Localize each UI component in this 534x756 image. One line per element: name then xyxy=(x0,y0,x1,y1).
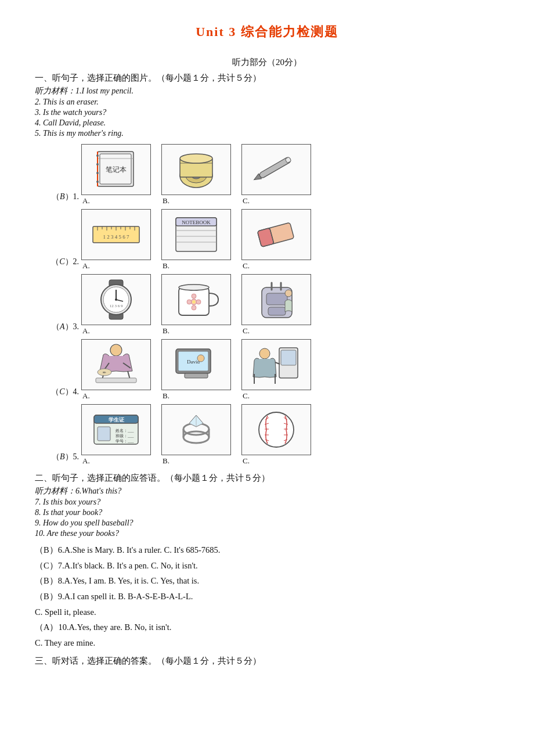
label-5c: C. xyxy=(243,456,250,466)
label-4b: B. xyxy=(163,391,169,401)
section2-label: 二、听句子，选择正确的应答语。（每小题１分，共计５分） xyxy=(35,473,499,484)
label-5b: B. xyxy=(163,456,169,466)
answer-3: （A）3. xyxy=(35,322,81,336)
label-5a: A. xyxy=(82,456,90,466)
s2-ans10: （A）10.A.Yes, they are. B. No, it isn't. xyxy=(35,620,499,635)
svg-point-14 xyxy=(180,154,212,163)
section3-label: 三、听对话，选择正确的答案。（每小题１分，共计５分） xyxy=(35,656,499,667)
img-box-girl-writing: ✏ xyxy=(81,339,151,390)
img-cell-5b: B. xyxy=(161,404,231,466)
img-cell-2c: C. xyxy=(241,209,311,271)
section1-label: 一、听句子，选择正确的图片。（每小题１分，共计５分） xyxy=(35,73,499,84)
s2-item4: 9. How do you spell baseball? xyxy=(35,519,499,528)
svg-point-6 xyxy=(96,163,99,165)
material-label: 听力材料： xyxy=(35,87,75,95)
s1-item2: 2. This is an eraser. xyxy=(35,98,499,107)
s2-ans9c: C. Spell it, please. xyxy=(35,605,499,620)
svg-rect-56 xyxy=(266,293,287,305)
svg-point-45 xyxy=(115,298,117,301)
label-4c: C. xyxy=(243,391,250,401)
answer-5: （B）5. xyxy=(35,452,81,466)
img-box-ruler: 1 2 3 4 5 6 7 xyxy=(81,209,151,260)
svg-point-8 xyxy=(96,181,99,183)
img-cell-2a: 1 2 3 4 5 6 7 A. xyxy=(81,209,151,271)
s1-item1: 1.I lost my pencil. xyxy=(75,87,134,95)
s2-item2: 7. Is this box yours? xyxy=(35,498,499,507)
s2-item1: 6.What's this? xyxy=(75,487,121,495)
svg-point-51 xyxy=(187,300,192,304)
img-box-backpack xyxy=(241,274,311,325)
s2-ans6: （B）6.A.She is Mary. B. It's a ruler. C. … xyxy=(35,543,499,557)
listening-header: 听力部分（20分） xyxy=(35,57,499,68)
svg-point-7 xyxy=(96,172,99,174)
svg-text:学号：___: 学号：___ xyxy=(116,439,134,444)
svg-rect-83 xyxy=(98,427,110,441)
section1-material: 听力材料：1.I lost my pencil. xyxy=(35,86,499,96)
img-cell-1b: B. xyxy=(161,144,231,206)
svg-text:✏: ✏ xyxy=(103,370,106,375)
s1-item4: 4. Call David, please. xyxy=(35,118,499,128)
label-1b: B. xyxy=(163,196,169,206)
svg-text:笔记本: 笔记本 xyxy=(106,165,127,174)
svg-point-48 xyxy=(179,285,209,290)
answer-4: （C）4. xyxy=(35,387,81,401)
s2-ans9: （B）9.A.I can spell it. B. B-A-S-E-B-A-L-… xyxy=(35,589,499,604)
img-cell-5a: 学生证 姓名：___ 班级：___ 学号：___ A. xyxy=(81,404,151,466)
section2-answers: （B）6.A.She is Mary. B. It's a ruler. C. … xyxy=(35,543,499,650)
img-box-eraser xyxy=(241,209,311,260)
svg-point-76 xyxy=(259,348,270,359)
image-row-4: （C）4. ✏ A. xyxy=(35,339,499,401)
label-1c: C. xyxy=(243,196,250,206)
img-cell-2b: NOTEBOOK B. xyxy=(161,209,231,271)
svg-rect-71 xyxy=(185,373,208,378)
img-box-baseball xyxy=(241,404,311,455)
svg-text:12 3 6 9: 12 3 6 9 xyxy=(110,304,123,308)
img-cell-3c: C. xyxy=(241,274,311,336)
image-row-5: （B）5. 学生证 姓名：___ 班级：___ 学号：___ A. xyxy=(35,404,499,466)
s2-ans8: （B）8.A.Yes, I am. B. Yes, it is. C. Yes,… xyxy=(35,574,499,588)
svg-rect-59 xyxy=(268,307,286,315)
s1-item5: 5. This is my mother's ring. xyxy=(35,129,499,138)
svg-text:NOTEBOOK: NOTEBOOK xyxy=(182,219,211,225)
svg-point-61 xyxy=(110,344,122,356)
svg-rect-75 xyxy=(281,350,296,365)
s2-item3: 8. Is that your book? xyxy=(35,508,499,517)
svg-point-5 xyxy=(96,154,99,157)
svg-text:姓名：___: 姓名：___ xyxy=(116,429,134,433)
answer-1: （B）1. xyxy=(35,192,81,206)
svg-point-54 xyxy=(192,300,196,304)
label-2a: A. xyxy=(82,261,90,271)
label-3b: B. xyxy=(163,326,169,336)
image-row-2: （C）2. 1 2 3 4 5 6 7 A. xyxy=(35,209,499,271)
img-box-whiteboard xyxy=(241,339,311,390)
img-box-book-open: NOTEBOOK xyxy=(161,209,231,260)
img-cell-1a: 笔记本 A. xyxy=(81,144,151,206)
s2-ans7: （C）7.A.It's black. B. It's a pen. C. No,… xyxy=(35,559,499,573)
image-grid: （B）1. 笔记本 A. xyxy=(35,144,499,467)
img-cell-4a: ✏ A. xyxy=(81,339,151,401)
svg-text:学生证: 学生证 xyxy=(109,417,125,423)
img-box-student-card: 学生证 姓名：___ 班级：___ 学号：___ xyxy=(81,404,151,455)
page-title: Unit 3 综合能力检测题 xyxy=(35,23,499,41)
label-2b: B. xyxy=(163,261,169,271)
s2-item5: 10. Are these your books? xyxy=(35,529,499,538)
svg-point-60 xyxy=(285,290,292,297)
img-box-pen xyxy=(241,144,311,195)
label-2c: C. xyxy=(243,261,250,271)
s2-material-label: 听力材料： xyxy=(35,487,75,495)
img-cell-5c: C. xyxy=(241,404,311,466)
img-box-mug xyxy=(161,274,231,325)
answer-2: （C）2. xyxy=(35,257,81,271)
img-box-pencil xyxy=(161,144,231,195)
label-3c: C. xyxy=(243,326,250,336)
s2-ans10c: C. They are mine. xyxy=(35,636,499,650)
svg-point-50 xyxy=(192,294,196,298)
img-box-ring xyxy=(161,404,231,455)
svg-point-53 xyxy=(192,305,196,310)
img-cell-4b: David B. xyxy=(161,339,231,401)
image-row-3: （A）3. 12 3 6 9 A. xyxy=(35,274,499,336)
img-cell-3b: B. xyxy=(161,274,231,336)
label-1a: A. xyxy=(82,196,90,206)
img-box-phone: David xyxy=(161,339,231,390)
img-box-notebook: 笔记本 xyxy=(81,144,151,195)
